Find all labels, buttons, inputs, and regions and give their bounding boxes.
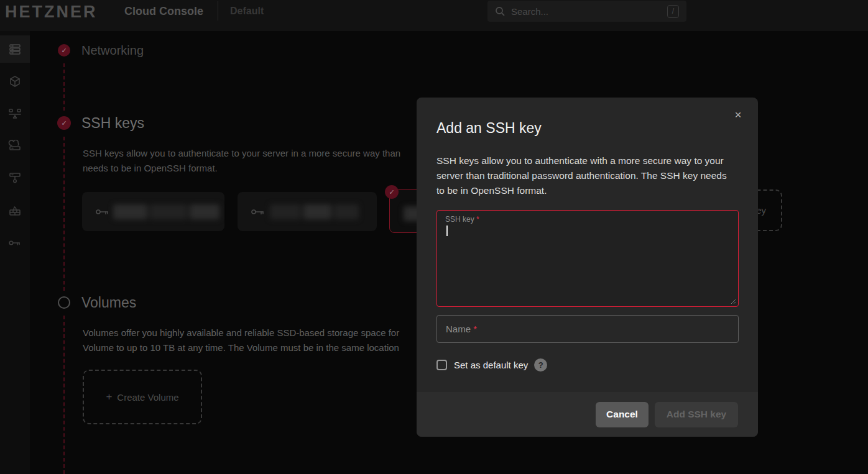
ssh-keys-description-line2: needs to be in OpenSSH format. [83,163,218,173]
search-input[interactable] [511,6,667,17]
default-key-checkbox[interactable] [436,360,447,370]
ssh-key-field-label: SSH key * [445,215,479,224]
help-icon[interactable]: ? [534,358,547,371]
ssh-key-icon [8,237,22,249]
close-icon[interactable]: × [731,107,746,122]
redacted-key-name [113,204,219,219]
add-ssh-key-modal: × Add an SSH key SSH keys allow you to a… [417,98,758,437]
topbar-divider [218,1,218,21]
project-switcher[interactable]: Default [230,6,264,17]
network-icon [9,172,21,185]
hetzner-logo: HETZNER [5,2,98,22]
default-key-row: Set as default key ? [436,358,547,371]
top-bar: HETZNER Cloud Console Default / [0,0,868,31]
name-input[interactable] [437,316,738,342]
check-glyph: ✓ [61,47,67,55]
volumes-step-circle [58,296,70,309]
step-connector [63,137,65,291]
required-asterisk: * [476,215,479,224]
redacted-key-name [270,204,359,219]
sidebar-item-security[interactable] [0,229,30,257]
cancel-button[interactable]: Cancel [596,402,649,427]
modal-description-line3: to be in OpenSSH format. [436,183,739,198]
search-icon [495,6,505,16]
name-field[interactable]: Name * [436,315,739,343]
selected-key-check-icon: ✓ [385,185,399,199]
cube-image-icon [9,75,21,88]
volumes-description-line2: Volume to up to 10 TB at any time. The V… [83,342,399,353]
modal-description-line2: server than traditional password authent… [436,168,739,183]
ssh-key-textarea[interactable]: SSH key * [436,210,739,307]
modal-footer: Cancel Add SSH key [417,392,758,437]
ssh-keys-section-title: SSH keys [81,115,144,132]
sidebar [0,31,30,474]
step-connector [63,63,65,111]
modal-title: Add an SSH key [436,120,542,137]
ssh-key-icon [251,206,265,217]
plus-icon: + [106,391,112,403]
add-ssh-key-button[interactable]: Add SSH key [655,402,738,427]
sidebar-item-networks[interactable] [0,165,30,192]
volumes-description-line1: Volumes offer you highly available and r… [83,327,399,338]
step-connector [63,316,65,474]
sidebar-item-servers[interactable] [0,35,30,63]
sidebar-item-firewalls[interactable] [0,197,30,224]
check-glyph: ✓ [389,188,394,196]
modal-description-line1: SSH keys allow you to authenticate with … [436,153,739,168]
ssh-key-label-text: SSH key [445,215,474,224]
app-title: Cloud Console [124,5,203,18]
ssh-keys-description-line1: SSH keys allow you to authenticate to yo… [83,148,400,158]
ssh-key-card[interactable] [82,192,224,231]
resize-handle-icon[interactable] [730,298,736,304]
sidebar-item-images[interactable] [0,68,30,95]
networking-complete-icon: ✓ [58,44,70,57]
ssh-keys-complete-icon: ✓ [57,116,71,130]
ssh-key-card[interactable] [238,192,377,231]
modal-description: SSH keys allow you to authenticate with … [436,153,739,198]
load-balancer-icon [8,107,22,120]
check-glyph: ✓ [61,119,67,127]
ssh-key-icon [95,206,110,217]
text-cursor [446,226,448,236]
networking-section-title: Networking [81,43,144,58]
server-list-icon [9,43,21,55]
search-shortcut-badge: / [667,5,679,18]
default-key-label: Set as default key [454,360,528,370]
firewall-icon [9,204,21,217]
create-volume-button[interactable]: + Create Volume [83,370,202,424]
volumes-section-title: Volumes [81,294,136,311]
sidebar-item-load-balancers[interactable] [0,100,30,127]
search-box[interactable]: / [487,1,686,22]
create-volume-label: Create Volume [117,392,178,403]
floating-ip-cloud-icon [8,140,22,152]
sidebar-item-floating-ips[interactable] [0,132,30,160]
